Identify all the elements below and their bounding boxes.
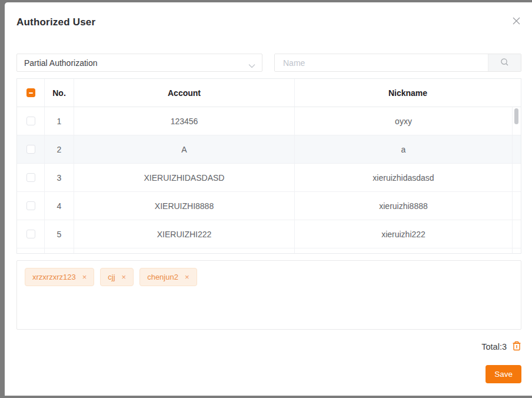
selected-users-box: xrzxrzxrz123 × cjj × chenjun2 ×	[16, 260, 521, 330]
row-checkbox-cell	[17, 135, 45, 163]
close-icon	[512, 16, 521, 27]
search-button[interactable]	[488, 54, 521, 71]
scrollbar-gutter	[513, 220, 521, 248]
users-table: No. Account Nickname 1 123456 oyxy 2 A a	[16, 78, 521, 254]
row-no: 1	[45, 107, 74, 135]
tag-remove-icon[interactable]: ×	[185, 273, 189, 281]
scrollbar-gutter	[513, 164, 521, 191]
tag-label: cjj	[108, 273, 115, 281]
row-nickname: oyxy	[295, 107, 513, 135]
table-row: 2 A a	[17, 135, 521, 164]
selected-user-tag: chenjun2 ×	[139, 268, 197, 286]
header-account: Account	[74, 79, 295, 107]
row-no: 3	[45, 164, 74, 191]
table-header-row: No. Account Nickname	[17, 79, 521, 107]
row-account: XIERUIZHI222	[74, 220, 295, 248]
trash-icon	[512, 341, 521, 353]
row-no: 2	[45, 135, 74, 163]
table-scrollbar-thumb[interactable]	[514, 108, 518, 124]
table-row: 1 123456 oyxy	[17, 107, 521, 135]
delete-all-button[interactable]	[512, 341, 521, 353]
table-row-partial	[17, 248, 521, 254]
total-label: Total:3	[481, 342, 507, 351]
search-icon	[500, 58, 509, 68]
filter-row: Partial Authorization	[16, 54, 521, 72]
row-nickname: xieruizhi8888	[295, 192, 513, 220]
header-no: No.	[45, 79, 74, 107]
tag-remove-icon[interactable]: ×	[122, 273, 127, 281]
row-checkbox[interactable]	[26, 173, 35, 182]
row-account: A	[74, 135, 295, 163]
row-account: XIERUIZHIDASDASD	[74, 164, 295, 191]
row-checkbox-cell	[17, 164, 45, 191]
row-no: 4	[45, 192, 74, 220]
row-checkbox[interactable]	[26, 201, 35, 210]
row-account: XIERUIZHI8888	[74, 192, 295, 220]
authorization-type-select[interactable]: Partial Authorization	[16, 54, 262, 72]
tag-label: xrzxrzxrz123	[32, 273, 76, 281]
select-all-checkbox[interactable]	[26, 88, 35, 97]
table-row: 3 XIERUIZHIDASDASD xieruizhidasdasd	[17, 164, 521, 192]
save-row: Save	[16, 365, 521, 383]
row-checkbox[interactable]	[26, 145, 35, 154]
table-row: 4 XIERUIZHI8888 xieruizhi8888	[17, 192, 521, 220]
save-button[interactable]: Save	[486, 365, 521, 383]
row-nickname: xieruizhidasdasd	[295, 164, 513, 191]
selected-user-tag: cjj ×	[100, 268, 134, 286]
row-checkbox-cell	[17, 107, 45, 135]
row-checkbox-cell	[17, 220, 45, 248]
row-nickname: a	[295, 135, 513, 163]
chevron-down-icon	[248, 61, 255, 70]
total-row: Total:3	[16, 341, 521, 353]
tag-remove-icon[interactable]: ×	[82, 273, 87, 281]
table-body: 1 123456 oyxy 2 A a 3 XIERUIZHIDASDASD x…	[17, 107, 521, 254]
tag-label: chenjun2	[147, 273, 178, 281]
row-checkbox[interactable]	[26, 117, 35, 125]
row-no: 5	[45, 220, 74, 248]
scrollbar-gutter	[513, 135, 521, 163]
name-search-input[interactable]	[275, 54, 488, 71]
row-checkbox-cell	[17, 192, 45, 220]
authorization-type-value: Partial Authorization	[24, 58, 98, 68]
header-nickname: Nickname	[295, 79, 521, 107]
authorized-user-modal: Authorized User Partial Authorization	[5, 2, 532, 396]
name-search-group	[274, 54, 521, 72]
row-checkbox[interactable]	[26, 230, 35, 238]
close-button[interactable]	[511, 16, 521, 27]
row-account: 123456	[74, 107, 295, 135]
modal-title: Authorized User	[16, 16, 521, 28]
selected-user-tag: xrzxrzxrz123 ×	[25, 268, 94, 286]
scrollbar-gutter	[513, 192, 521, 220]
table-row: 5 XIERUIZHI222 xieruizhi222	[17, 220, 521, 248]
header-select-all-cell	[17, 79, 45, 107]
row-nickname: xieruizhi222	[295, 220, 513, 248]
